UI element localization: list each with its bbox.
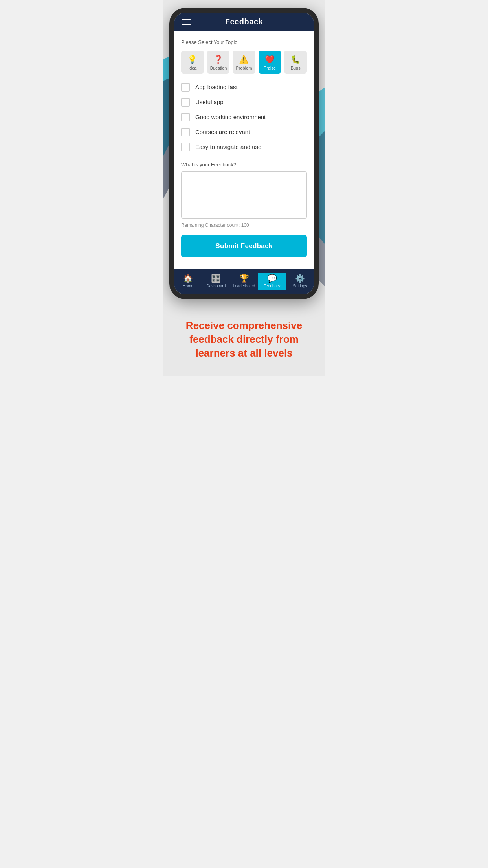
question-label: Question: [209, 66, 227, 70]
bugs-label: Bugs: [291, 66, 301, 70]
question-icon: ❓: [213, 55, 223, 63]
dashboard-nav-label: Dashboard: [206, 284, 226, 288]
leaderboard-nav-label: Leaderboard: [233, 284, 255, 288]
checkbox-label-3: Good working environment: [195, 114, 266, 120]
hamburger-icon[interactable]: [182, 19, 191, 25]
promo-text-section: Receive comprehensive feedback directly …: [163, 311, 325, 376]
topic-btn-problem[interactable]: ⚠️ Problem: [233, 51, 255, 74]
checkbox-item-1[interactable]: App loading fast: [181, 83, 307, 92]
app-content: Please Select Your Topic 💡 Idea ❓ Questi…: [174, 31, 314, 269]
feedback-icon: 💬: [267, 274, 277, 282]
checkbox-box-2[interactable]: [181, 98, 190, 107]
bottom-nav: 🏠 Home 🎛️ Dashboard 🏆 Leaderboard 💬 Feed…: [174, 269, 314, 294]
checkbox-label-1: App loading fast: [195, 84, 238, 90]
phone-screen: Feedback Please Select Your Topic 💡 Idea…: [174, 13, 314, 294]
checkbox-item-4[interactable]: Courses are relevant: [181, 128, 307, 136]
leaderboard-icon: 🏆: [239, 274, 249, 282]
nav-item-dashboard[interactable]: 🎛️ Dashboard: [202, 273, 230, 290]
praise-label: Praise: [264, 66, 276, 70]
feedback-nav-label: Feedback: [263, 284, 281, 288]
topic-btn-question[interactable]: ❓ Question: [207, 51, 230, 74]
checkbox-label-2: Useful app: [195, 99, 224, 105]
problem-label: Problem: [236, 66, 252, 70]
feedback-area-label: What is your Feedback?: [181, 162, 307, 167]
dashboard-icon: 🎛️: [211, 274, 221, 282]
checkbox-item-5[interactable]: Easy to navigate and use: [181, 143, 307, 151]
topic-grid: 💡 Idea ❓ Question ⚠️ Problem ❤️ Praise: [181, 51, 307, 74]
nav-item-home[interactable]: 🏠 Home: [174, 273, 202, 290]
home-nav-label: Home: [183, 284, 193, 288]
topic-btn-bugs[interactable]: 🐛 Bugs: [284, 51, 307, 74]
app-title: Feedback: [225, 17, 263, 26]
char-count: Remaining Character count: 100: [181, 223, 307, 228]
idea-icon: 💡: [187, 55, 197, 63]
settings-icon: ⚙️: [295, 274, 305, 282]
topic-btn-idea[interactable]: 💡 Idea: [181, 51, 204, 74]
nav-item-settings[interactable]: ⚙️ Settings: [286, 273, 314, 290]
checkbox-item-2[interactable]: Useful app: [181, 98, 307, 107]
checkbox-box-4[interactable]: [181, 128, 190, 136]
phone-frame: Feedback Please Select Your Topic 💡 Idea…: [169, 8, 319, 299]
home-icon: 🏠: [183, 274, 193, 282]
idea-label: Idea: [188, 66, 196, 70]
page-wrapper: Feedback Please Select Your Topic 💡 Idea…: [163, 0, 325, 376]
checkbox-box-1[interactable]: [181, 83, 190, 92]
praise-icon: ❤️: [265, 55, 275, 63]
checkbox-item-3[interactable]: Good working environment: [181, 113, 307, 121]
bugs-icon: 🐛: [291, 55, 301, 63]
submit-feedback-button[interactable]: Submit Feedback: [181, 235, 307, 257]
checkbox-label-4: Courses are relevant: [195, 129, 250, 135]
checkbox-box-5[interactable]: [181, 143, 190, 151]
promo-text: Receive comprehensive feedback directly …: [174, 319, 314, 360]
topic-section-label: Please Select Your Topic: [181, 39, 307, 45]
checkbox-box-3[interactable]: [181, 113, 190, 121]
settings-nav-label: Settings: [293, 284, 307, 288]
topic-btn-praise[interactable]: ❤️ Praise: [259, 51, 281, 74]
checkbox-label-5: Easy to navigate and use: [195, 143, 261, 150]
nav-item-leaderboard[interactable]: 🏆 Leaderboard: [230, 273, 258, 290]
nav-item-feedback[interactable]: 💬 Feedback: [258, 273, 286, 290]
problem-icon: ⚠️: [239, 55, 249, 63]
app-header: Feedback: [174, 13, 314, 31]
feedback-textarea[interactable]: [181, 171, 307, 219]
checkbox-list: App loading fast Useful app Good working…: [181, 83, 307, 151]
